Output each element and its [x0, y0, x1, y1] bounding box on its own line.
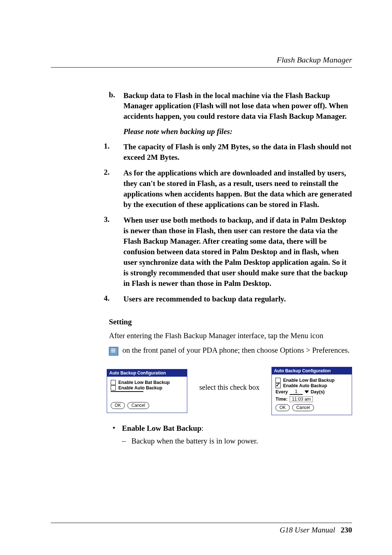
bullet-sub-text: Backup when the battery is in low power.: [131, 437, 258, 446]
pda-window-left: Auto Backup Configuration Enable Low Bat…: [107, 369, 187, 413]
pda-left-cancel-button[interactable]: Cancel: [127, 402, 149, 409]
pda-right-opt1[interactable]: Enable Low Bat Backup: [275, 378, 348, 383]
header-rule: [51, 67, 352, 68]
note-4-row: 4. Users are recommended to backup data …: [104, 294, 352, 304]
footer-manual: G18 User Manual: [279, 526, 335, 534]
pda-right-cancel-button[interactable]: Cancel: [292, 404, 314, 411]
dropdown-icon[interactable]: [305, 390, 309, 393]
figure-caption-text: select this check box: [199, 383, 260, 392]
bullet-title: Enable Low Bat Backup: [122, 424, 201, 433]
note-3-marker: 3.: [104, 215, 123, 289]
setting-para-2: on the front panel of your PDA phone; th…: [109, 345, 352, 356]
step-b-text: Backup data to Flash in the local machin…: [123, 90, 352, 121]
note-3-text: When user use both methods to backup, an…: [123, 215, 352, 289]
note-1-text: The capacity of Flash is only 2M Bytes, …: [123, 142, 352, 163]
note-1-row: 1. The capacity of Flash is only 2M Byte…: [104, 142, 352, 163]
footer-rule: [51, 523, 352, 523]
dash-icon: –: [122, 437, 131, 446]
page: Flash Backup Manager b. Backup data to F…: [0, 0, 392, 555]
pda-right-time-value[interactable]: 11:03 am: [290, 396, 313, 402]
note-4-text: Users are recommended to backup data reg…: [123, 294, 352, 304]
note-4-marker: 4.: [104, 294, 123, 304]
pda-right-days: Day(s): [311, 389, 324, 394]
setting-para-2-text: on the front panel of your PDA phone; th…: [121, 346, 350, 355]
header-section-title: Flash Backup Manager: [277, 55, 352, 65]
pda-right-every-row: Every 1 Day(s): [275, 389, 348, 395]
pda-right-ok-button[interactable]: OK: [275, 404, 290, 411]
underbar-line: [111, 391, 143, 392]
pda-right-title: Auto Backup Configuration: [272, 367, 352, 374]
step-b-marker: b.: [109, 90, 123, 121]
pda-left-ok-button[interactable]: OK: [111, 402, 125, 409]
note-2-text: As for the applications which are downlo…: [123, 168, 352, 210]
bullet-enable-low-bat: • Enable Low Bat Backup:: [109, 424, 352, 433]
note-2-marker: 2.: [104, 168, 123, 210]
footer-page-number: 230: [341, 526, 352, 534]
figure-caption: select this check box: [195, 387, 264, 395]
checkbox-icon[interactable]: [111, 380, 116, 385]
pda-right-opt2[interactable]: Enable Auto Backup: [275, 383, 348, 388]
note-heading: Please note when backing up files:: [123, 126, 352, 137]
pda-left-opt2-label: Enable Auto Backup: [118, 385, 162, 390]
pda-right-opt1-label: Enable Low Bat Backup: [283, 378, 335, 383]
pda-left-opt2[interactable]: Enable Auto Backup: [111, 385, 183, 390]
note-3-row: 3. When user use both methods to backup,…: [104, 215, 352, 289]
bullet-icon: •: [109, 424, 122, 433]
pda-right-opt2-label: Enable Auto Backup: [283, 383, 327, 388]
pda-left-opt1[interactable]: Enable Low Bat Backup: [111, 380, 183, 385]
menu-icon: [109, 347, 118, 356]
note-2-row: 2. As for the applications which are dow…: [104, 168, 352, 210]
bullet-colon: :: [201, 424, 204, 433]
pda-left-opt1-label: Enable Low Bat Backup: [118, 380, 170, 385]
pda-right-every-value[interactable]: 1: [290, 389, 303, 395]
pda-left-title: Auto Backup Configuration: [107, 369, 187, 377]
pda-window-right: Auto Backup Configuration Enable Low Bat…: [271, 367, 352, 415]
figure-row: Auto Backup Configuration Enable Low Bat…: [107, 367, 352, 415]
footer: G18 User Manual 230: [279, 526, 352, 535]
pda-right-time-row: Time: 11:03 am: [275, 396, 348, 402]
setting-heading: Setting: [109, 317, 352, 327]
checkbox-icon[interactable]: [111, 385, 116, 390]
setting-para-1: After entering the Flash Backup Manager …: [109, 330, 352, 341]
pda-right-time-label: Time:: [275, 397, 287, 402]
pda-right-every-label: Every: [275, 389, 288, 394]
step-b-row: b. Backup data to Flash in the local mac…: [109, 90, 352, 121]
checkbox-checked-icon[interactable]: [275, 383, 281, 388]
note-1-marker: 1.: [104, 142, 123, 163]
bullet-sub-row: – Backup when the battery is in low powe…: [122, 437, 352, 446]
